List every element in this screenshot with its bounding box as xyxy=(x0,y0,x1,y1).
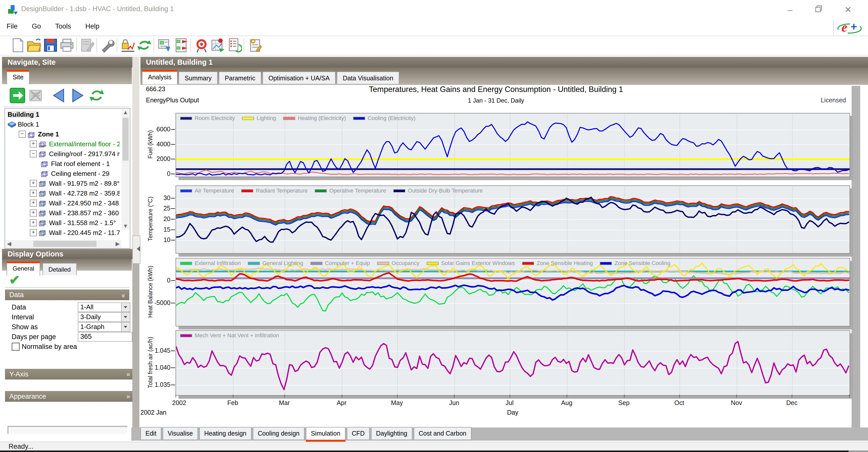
copy-report-icon[interactable] xyxy=(157,38,172,53)
apply-check-icon[interactable]: ✔ xyxy=(9,272,20,288)
close-button[interactable]: ✕ xyxy=(843,4,853,14)
chevron-down-icon[interactable] xyxy=(121,313,130,321)
panel-splitter[interactable] xyxy=(132,263,140,427)
save-file-icon[interactable] xyxy=(43,38,58,53)
target-hotkeys-icon[interactable] xyxy=(194,38,209,53)
report-scrollbar[interactable] xyxy=(851,86,860,427)
report-list-icon[interactable] xyxy=(227,38,242,53)
scroll-thumb[interactable] xyxy=(123,118,128,161)
new-file-icon[interactable] xyxy=(10,38,25,53)
open-file-icon[interactable] xyxy=(27,38,42,53)
tree-item-wall-31-558-m2-1-5-[interactable]: +Wall - 31.558 m2 - 1.5° xyxy=(5,217,120,228)
refresh-nav-icon[interactable] xyxy=(89,88,104,103)
tree-item-block-1[interactable]: Block 1 xyxy=(5,119,120,129)
scroll-up-icon[interactable]: ▲ xyxy=(122,109,129,116)
legend-label: Zone Sensible Cooling xyxy=(615,260,670,266)
scroll-right-icon[interactable]: ▶ xyxy=(114,241,121,247)
tab-data-visualisation[interactable]: Data Visualisation xyxy=(337,71,399,84)
expand-icon[interactable]: + xyxy=(30,200,37,207)
back-icon[interactable] xyxy=(51,88,67,103)
restore-button[interactable] xyxy=(814,4,824,14)
screen-tab-cfd[interactable]: CFD xyxy=(347,427,370,440)
forward-icon[interactable] xyxy=(70,88,85,103)
x-axis-title: Day xyxy=(495,409,530,416)
go-into-icon[interactable] xyxy=(9,88,25,103)
panel-splitter[interactable] xyxy=(132,57,140,236)
data-section-title: Data xyxy=(9,291,24,299)
screen-tab-cost-and-carbon[interactable]: Cost and Carbon xyxy=(414,427,471,440)
expand-icon[interactable]: + xyxy=(30,141,37,148)
collapse-icon[interactable]: − xyxy=(19,131,26,138)
tree-item-wall-220-445-m2-11-7[interactable]: +Wall - 220.445 m2 - 11.7 xyxy=(5,228,120,237)
screen-tab-visualise[interactable]: Visualise xyxy=(163,427,198,440)
appearance-section-header[interactable]: Appearance » xyxy=(5,391,134,402)
scroll-down-icon[interactable]: ▼ xyxy=(122,223,129,230)
screen-tab-daylighting[interactable]: Daylighting xyxy=(371,427,412,440)
data-select[interactable]: 1-All xyxy=(78,302,130,312)
collapse-icon[interactable]: » xyxy=(119,294,129,298)
tab-site[interactable]: Site xyxy=(6,70,30,84)
tree-item-label: Zone 1 xyxy=(38,130,59,138)
normalise-checkbox[interactable] xyxy=(11,342,20,351)
tree-horizontal-scrollbar[interactable]: ◀ ▶ xyxy=(5,240,121,248)
expand-icon[interactable]: + xyxy=(30,190,37,197)
tree-item-external-internal-floor-2[interactable]: +External/internal floor - 2 xyxy=(5,139,120,149)
tree-item-building-1[interactable]: Building 1 xyxy=(5,109,120,119)
refresh-results-icon[interactable] xyxy=(136,38,152,53)
y-axis-section-header[interactable]: Y-Axis » xyxy=(5,369,134,380)
screen-tab-cooling-design[interactable]: Cooling design xyxy=(253,427,305,440)
expand-icon[interactable]: + xyxy=(30,229,37,236)
expand-icon[interactable]: » xyxy=(126,369,130,379)
scroll-thumb[interactable] xyxy=(33,241,96,247)
chevron-down-icon[interactable] xyxy=(121,323,130,331)
collapse-icon[interactable]: − xyxy=(30,150,37,157)
tree-item-flat-roof-element-1[interactable]: Flat roof element - 1 xyxy=(5,158,120,168)
menu-tools[interactable]: Tools xyxy=(49,19,78,30)
expand-icon[interactable]: + xyxy=(30,219,37,227)
tree-item-wall-238-857-m2-360[interactable]: +Wall - 238.857 m2 - 360 xyxy=(5,208,120,217)
tab-detailed[interactable]: Detailed xyxy=(42,263,77,275)
tree-item-ceiling-element-29[interactable]: Ceiling element - 29 xyxy=(5,168,120,178)
tree-item-ceiling-roof-2917-974-m[interactable]: −Ceiling/roof - 2917.974 m xyxy=(5,149,120,158)
show-as-select[interactable]: 1-Graph xyxy=(78,322,130,332)
tree-item-zone-1[interactable]: −Zone 1 xyxy=(5,129,120,139)
chevron-down-icon[interactable] xyxy=(121,303,130,311)
menu-bar: File Go Tools Help xyxy=(0,19,868,36)
menu-help[interactable]: Help xyxy=(79,19,106,30)
minimize-button[interactable]: – xyxy=(785,4,795,14)
chart-legend: External InfiltrationGeneral LightingCom… xyxy=(180,260,671,267)
chart-export-icon[interactable] xyxy=(210,38,225,53)
collapse-panel-handle[interactable] xyxy=(132,236,141,264)
menu-go[interactable]: Go xyxy=(25,19,48,30)
model-options-wrench-icon[interactable] xyxy=(100,38,115,53)
days-per-page-input[interactable]: 365 xyxy=(78,332,132,341)
tree-item-wall-224-950-m2-348[interactable]: +Wall - 224.950 m2 - 348 xyxy=(5,198,120,208)
script-settings-icon[interactable] xyxy=(248,38,262,53)
fresh-air-chart[interactable]: Mech Vent + Nat Vent + Infiltration xyxy=(176,330,850,396)
expand-icon[interactable]: » xyxy=(126,391,130,401)
tab-parametric[interactable]: Parametric xyxy=(219,71,261,84)
expand-icon[interactable]: + xyxy=(30,209,37,216)
chart-legend: Mech Vent + Nat Vent + Infiltration xyxy=(180,332,279,339)
screen-tab-simulation[interactable]: Simulation xyxy=(306,427,345,440)
heat-balance-chart[interactable]: External InfiltrationGeneral LightingCom… xyxy=(176,258,850,326)
expand-icon[interactable]: + xyxy=(30,180,37,187)
screen-tab-heating-design[interactable]: Heating design xyxy=(199,427,251,440)
tree-vertical-scrollbar[interactable]: ▲ ▼ xyxy=(122,109,129,230)
tab-summary[interactable]: Summary xyxy=(179,71,218,84)
tab-analysis[interactable]: Analysis xyxy=(142,70,178,84)
data-section-header[interactable]: Data » xyxy=(5,290,129,300)
scroll-left-icon[interactable]: ◀ xyxy=(5,241,12,247)
temperature-chart[interactable]: Air TemperatureRadiant TemperatureOperat… xyxy=(176,185,850,254)
lock-results-icon[interactable] xyxy=(120,38,135,53)
export-panels-icon[interactable] xyxy=(174,38,189,53)
menu-file[interactable]: File xyxy=(0,19,24,30)
tree-item-wall-91-975-m2-89-8-[interactable]: +Wall - 91.975 m2 - 89.8° xyxy=(5,178,120,188)
interval-select[interactable]: 3-Daily xyxy=(78,312,130,322)
screen-tab-edit[interactable]: Edit xyxy=(141,427,161,440)
tree-item-wall-42-728-m2-359-8[interactable]: +Wall - 42.728 m2 - 359.8 xyxy=(5,188,120,198)
tab-optimisation-ua-sa[interactable]: Optimisation + UA/SA xyxy=(262,71,336,84)
resize-grip xyxy=(848,451,868,452)
print-icon[interactable] xyxy=(59,38,74,53)
fuel-chart[interactable]: Room ElectricityLightingHeating (Electri… xyxy=(176,113,850,177)
